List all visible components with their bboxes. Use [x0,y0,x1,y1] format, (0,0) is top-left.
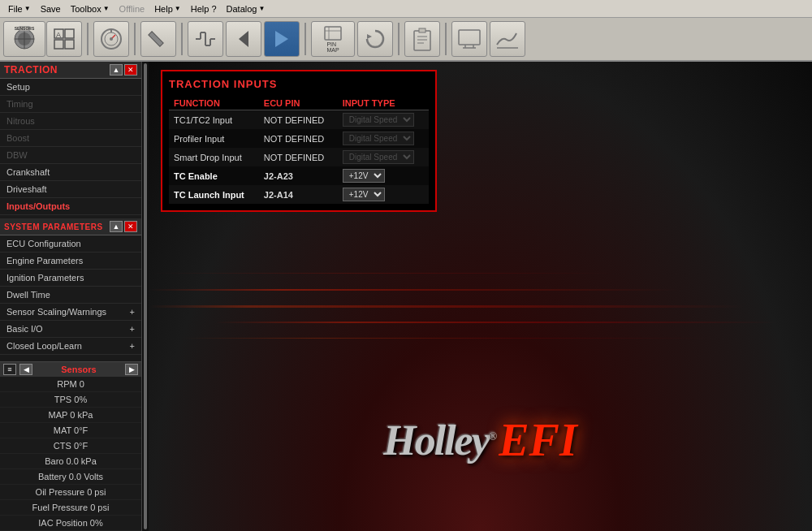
streak-5 [149,273,812,274]
sidebar-item-driveshaft[interactable]: Driveshaft [0,181,141,198]
sensors-title: Sensors [36,365,122,374]
svg-marker-30 [367,34,372,39]
input-function-4: TC Launch Input [169,185,259,204]
toolbar-divider-2 [134,23,136,55]
svg-rect-9 [65,40,74,49]
toolbar-clipboard-btn[interactable] [404,21,440,57]
col-input-type: INPUT TYPE [338,97,429,110]
traction-inputs-title: TRACTION INPUTS [169,78,429,90]
svg-rect-31 [414,31,430,50]
sensors-bar: ≡ ◀ Sensors ▶ RPM 0 TPS 0% MAP 0 kPa MAT… [0,361,141,531]
menu-file[interactable]: File ▼ [3,2,36,15]
input-type-1[interactable]: Digital Speed [338,129,429,148]
efi-text: EFI [499,414,577,466]
menu-toolbox[interactable]: Toolbox ▼ [66,2,114,15]
traction-inputs-table: FUNCTION ECU PIN INPUT TYPE TC1/TC2 Inpu… [169,97,429,204]
sensor-fuel-pressure: Fuel Pressure 0 psi [0,500,141,516]
sidebar-item-crankshaft[interactable]: Crankshaft [0,164,141,181]
svg-rect-8 [54,40,63,49]
menu-help[interactable]: Help ▼ [149,2,186,15]
menu-datalog[interactable]: Datalog ▼ [222,2,270,15]
system-params-title: SYSTEM PARAMETERS [4,222,103,231]
traction-section-header: TRACTION ▲ ✕ [0,62,141,79]
system-params-controls: ▲ ✕ [110,221,137,232]
sidebar-item-inputs-outputs[interactable]: Inputs/Outputs [0,198,141,215]
svg-marker-26 [275,31,288,47]
input-type-2[interactable]: Digital Speed [338,148,429,166]
basic-io-plus: + [130,324,135,334]
sidebar-item-basic-io[interactable]: Basic I/O + [0,321,141,338]
toolbar-pencil-btn[interactable] [140,21,176,57]
toolbar-waveform-btn[interactable] [188,21,223,57]
sensors-list-btn[interactable]: ≡ [3,364,16,375]
input-type-select-2[interactable]: Digital Speed [343,150,414,164]
toolbar-divider-5 [398,23,400,55]
right-triangle-toolbar-icon [270,28,293,50]
sidebar-item-ecu-config[interactable]: ECU Configuration [0,235,141,253]
svg-rect-16 [149,32,163,46]
toolbar-chart-btn[interactable] [490,21,525,57]
streak-3 [149,322,812,323]
refresh-toolbar-icon [364,28,387,50]
sensor-scaling-plus: + [130,307,135,317]
streak-2 [149,305,812,308]
sensors-next-btn[interactable]: ▶ [125,364,138,375]
menu-help-arrow: ▼ [175,5,181,12]
input-type-4[interactable]: +12V [338,185,429,204]
toolbar-pinmap-btn[interactable]: PINMAP [311,21,355,57]
toolbar-arrow-btn[interactable] [226,21,261,57]
chart-toolbar-icon [495,28,520,50]
pencil-toolbar-icon [147,28,170,50]
input-type-3[interactable]: +12V [338,166,429,185]
input-pin-2: NOT DEFINED [259,148,338,166]
toolbar-triangle-btn[interactable] [264,21,300,57]
sidebar-item-timing: Timing [0,96,141,113]
sidebar-item-sensor-scaling[interactable]: Sensor Scaling/Warnings + [0,304,141,321]
toolbar-divider-4 [304,23,306,55]
sensor-oil-pressure: Oil Pressure 0 psi [0,485,141,500]
sidebar-item-nitrous: Nitrous [0,113,141,130]
toolbar-gauge-btn[interactable] [93,21,129,57]
sidebar-item-ignition-params[interactable]: Ignition Parameters [0,270,141,287]
sensor-baro: Baro 0.0 kPa [0,454,141,469]
input-type-select-4[interactable]: +12V [343,188,385,201]
traction-section-controls: ▲ ✕ [110,64,137,76]
sidebar-scrollbar[interactable] [142,62,149,531]
input-type-select-1[interactable]: Digital Speed [343,132,414,145]
toolbar-monitor-btn[interactable] [451,21,487,57]
left-arrow-toolbar-icon [232,28,255,50]
menu-help2[interactable]: Help ? [186,2,222,15]
sensors-toolbar-icon: SENSORS [11,26,37,52]
toolbar-grid-btn[interactable]: A [46,21,82,57]
input-function-2: Smart Drop Input [169,148,259,166]
sidebar-item-engine-params[interactable]: Engine Parameters [0,253,141,270]
sensor-rpm: RPM 0 [0,377,141,392]
toolbar-sensors-btn[interactable]: SENSORS [3,21,45,57]
scrollbar-thumb[interactable] [144,63,147,529]
system-close-btn[interactable]: ✕ [124,221,137,232]
menu-save[interactable]: Save [36,2,66,15]
toolbar-refresh-btn[interactable] [357,21,393,57]
traction-minimize-btn[interactable]: ▲ [110,64,123,76]
sensor-tps: TPS 0% [0,392,141,408]
menu-datalog-arrow: ▼ [258,5,265,12]
input-type-0[interactable]: Digital Speed [338,110,429,130]
sidebar-item-boost: Boost [0,130,141,147]
traction-close-btn[interactable]: ✕ [124,64,137,76]
sensors-prev-btn[interactable]: ◀ [19,364,32,375]
menu-offline[interactable]: Offline [114,2,150,15]
sidebar-item-dwell-time[interactable]: Dwell Time [0,287,141,304]
sidebar-item-setup[interactable]: Setup [0,79,141,96]
input-pin-4: J2-A14 [259,185,338,204]
sensor-cts: CTS 0°F [0,438,141,454]
input-type-select-3[interactable]: +12V [343,169,385,183]
streak-1 [149,289,812,291]
col-ecu-pin: ECU PIN [259,97,338,110]
svg-rect-36 [459,30,480,45]
system-minimize-btn[interactable]: ▲ [110,221,123,232]
input-type-select-0[interactable]: Digital Speed [343,113,414,127]
sensor-iac: IAC Position 0% [0,516,141,531]
sidebar-item-closed-loop[interactable]: Closed Loop/Learn + [0,338,141,355]
holley-registered: ® [489,430,495,442]
pinmap-label: PINMAP [326,41,339,53]
